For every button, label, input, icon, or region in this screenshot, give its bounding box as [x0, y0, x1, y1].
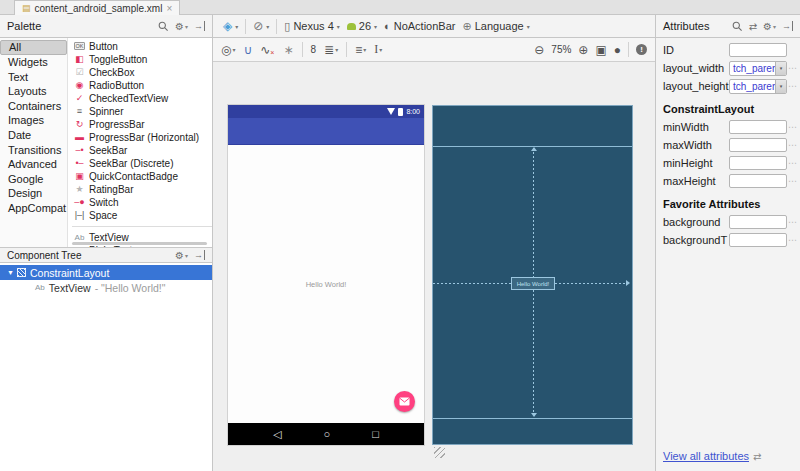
id-field[interactable] — [729, 43, 787, 57]
pack-button[interactable]: I▾ — [374, 42, 382, 57]
palette-category-advanced[interactable]: Advanced — [0, 157, 67, 172]
palette-item-progressbar-horizontal[interactable]: ▬ProgressBar (Horizontal) — [68, 131, 212, 144]
expander-icon[interactable]: ▼ — [7, 269, 17, 276]
palette-item-checkbox[interactable]: ☑CheckBox — [68, 66, 212, 79]
palette-category-containers[interactable]: Containers — [0, 99, 67, 114]
clear-constraints-button[interactable]: ∿× — [260, 43, 275, 57]
background-field[interactable] — [729, 215, 787, 229]
gear-icon[interactable]: ⚙▾ — [763, 21, 776, 32]
orientation-selector[interactable]: ⊘ ▾ — [253, 19, 269, 33]
locale-selector[interactable]: ⊕ Language ▾ — [462, 20, 529, 33]
editor-tab[interactable]: ▤ content_android_sample.xml × — [14, 0, 180, 15]
palette-item-seekbar-discrete[interactable]: •–SeekBar (Discrete) — [68, 157, 212, 170]
zoom-in-button[interactable]: ⊕ — [578, 43, 588, 57]
hide-panel-icon[interactable]: → — [194, 21, 205, 31]
infer-constraints-button[interactable]: ∗ — [283, 43, 293, 57]
zoom-out-button[interactable]: ⊖ — [534, 43, 544, 57]
maxwidth-field[interactable] — [729, 138, 787, 152]
more-button[interactable]: ⋯ — [787, 122, 797, 132]
preview-content: Hello World! — [228, 145, 424, 423]
palette-item-switch[interactable]: –●Switch — [68, 196, 212, 209]
palette-item-checkedtextview[interactable]: ✓CheckedTextView — [68, 92, 212, 105]
palette-category-layouts[interactable]: Layouts — [0, 84, 67, 99]
header-row: Palette ⚙▾ → ◈ ▾ ⊘ ▾ ▯ Nexus 4 ▾ 26 ▾ ◐ — [0, 15, 800, 38]
more-button[interactable]: ⋯ — [787, 140, 797, 150]
api-level-selector[interactable]: 26 ▾ — [347, 20, 377, 32]
layout-editor-toolbar: ◈ ▾ ⊘ ▾ ▯ Nexus 4 ▾ 26 ▾ ◐ NoActionBar ⊕… — [213, 15, 655, 37]
tree-row-constraintlayout[interactable]: ▼ ConstraintLayout — [0, 265, 212, 280]
palette-category-appcompat[interactable]: AppCompat — [0, 201, 67, 216]
layout-width-select[interactable]: tch_parent ▾ — [729, 61, 787, 76]
palette-item-space[interactable]: |–|Space — [68, 209, 212, 222]
palette-category-transitions[interactable]: Transitions — [0, 143, 67, 158]
palette-panel: All Widgets Text Layouts Containers Imag… — [0, 38, 213, 471]
constraint-spring-bottom — [533, 290, 534, 414]
guidelines-button[interactable]: ≣▾ — [324, 43, 338, 57]
backgroundtint-field[interactable] — [729, 233, 787, 247]
view-all-attributes-link[interactable]: View all attributes — [663, 450, 749, 462]
autoconnect-button[interactable]: ∪ — [244, 43, 253, 57]
palette-item-spinner[interactable]: ≡Spinner — [68, 105, 212, 118]
palette-item-quickcontactbadge[interactable]: ▣QuickContactBadge — [68, 170, 212, 183]
palette-category-text[interactable]: Text — [0, 70, 67, 85]
chevron-down-icon: ▾ — [775, 62, 786, 75]
more-button[interactable]: ⋯ — [787, 176, 797, 186]
nav-back-icon: ◁ — [273, 428, 281, 441]
hide-panel-icon[interactable]: → — [194, 250, 205, 260]
gear-icon[interactable]: ⚙▾ — [175, 250, 188, 261]
search-icon[interactable] — [158, 21, 169, 32]
more-button[interactable]: ⋯ — [787, 217, 797, 227]
palette-item-button[interactable]: OKButton — [68, 40, 212, 53]
design-mode-selector[interactable]: ◈ ▾ — [223, 19, 238, 33]
palette-category-images[interactable]: Images — [0, 113, 67, 128]
palette-category-google[interactable]: Google — [0, 172, 67, 187]
palette-horizontal-scrollbar[interactable] — [72, 242, 207, 245]
palette-item-togglebutton[interactable]: ◧ToggleButton — [68, 53, 212, 66]
palette-category-widgets[interactable]: Widgets — [0, 55, 67, 70]
palette-item-radiobutton[interactable]: ◉RadioButton — [68, 79, 212, 92]
more-button[interactable]: ⋯ — [787, 81, 797, 91]
more-button[interactable]: ⋯ — [787, 235, 797, 245]
search-icon[interactable] — [732, 21, 743, 32]
orientation-icon: ⊘ — [253, 19, 263, 33]
zoom-to-fit-button[interactable]: ▣ — [595, 43, 606, 57]
blueprint-textview[interactable]: Hello World! — [511, 277, 555, 290]
gear-icon[interactable]: ⚙▾ — [175, 21, 188, 32]
palette-item-progressbar[interactable]: ↻ProgressBar — [68, 118, 212, 131]
status-time: 8:00 — [406, 108, 420, 115]
hide-panel-icon[interactable]: → — [782, 21, 793, 31]
more-button[interactable]: ⋯ — [787, 63, 797, 73]
align-button[interactable]: ≡▾ — [355, 43, 366, 57]
preview-fab[interactable] — [394, 391, 415, 412]
palette-category-design[interactable]: Design — [0, 186, 67, 201]
palette-category-date[interactable]: Date — [0, 128, 67, 143]
palette-item-seekbar[interactable]: –•SeekBar — [68, 144, 212, 157]
globe-icon: ⊕ — [462, 20, 471, 33]
theme-icon: ◐ — [384, 20, 391, 32]
swap-panel-icon[interactable]: ⇄ — [749, 21, 757, 32]
palette-category-all[interactable]: All — [0, 40, 67, 55]
layout-height-select[interactable]: tch_parent ▾ — [729, 79, 787, 94]
preview-textview[interactable]: Hello World! — [306, 280, 347, 289]
design-view: 8:00 Hello World! ◁ ○ □ — [228, 105, 424, 445]
close-icon[interactable]: × — [166, 3, 172, 14]
default-margin-button[interactable]: 8 — [311, 44, 317, 55]
view-options-button[interactable]: ◎▾ — [221, 43, 236, 57]
tree-row-textview[interactable]: Ab TextView - "Hello World!" — [0, 280, 212, 295]
minwidth-field[interactable] — [729, 120, 787, 134]
maxheight-field[interactable] — [729, 174, 787, 188]
palette-item-ratingbar[interactable]: ★RatingBar — [68, 183, 212, 196]
errors-button[interactable]: ! — [636, 44, 647, 55]
textview-icon: Ab — [35, 283, 45, 292]
textview-text-value: - "Hello World!" — [95, 282, 166, 294]
preview-status-bar: 8:00 — [228, 105, 424, 118]
more-button[interactable]: ⋯ — [787, 158, 797, 168]
device-selector[interactable]: ▯ Nexus 4 ▾ — [284, 20, 339, 33]
theme-label: NoActionBar — [394, 20, 456, 32]
pan-button[interactable]: ● — [614, 43, 621, 57]
attribute-row-background: background ⋯ — [656, 213, 800, 231]
device-resize-handle[interactable] — [434, 447, 445, 458]
minheight-field[interactable] — [729, 156, 787, 170]
theme-selector[interactable]: ◐ NoActionBar — [384, 20, 455, 32]
phone-icon: ▯ — [284, 20, 290, 33]
